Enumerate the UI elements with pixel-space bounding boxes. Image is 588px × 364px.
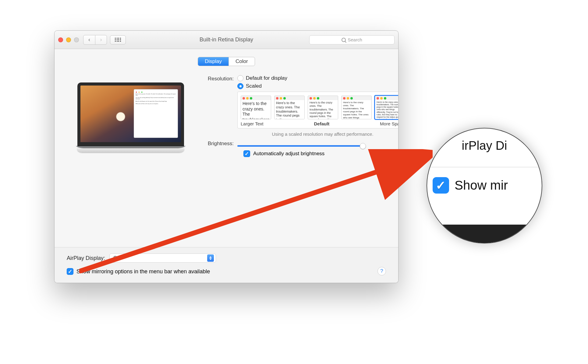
search-placeholder: Search bbox=[348, 37, 362, 42]
resolution-thumb-3[interactable]: Here's to the crazy ones. The troublemak… bbox=[308, 96, 338, 119]
tab-color[interactable]: Color bbox=[228, 57, 255, 66]
brightness-slider[interactable] bbox=[237, 145, 365, 147]
airplay-dropdown-value: Off bbox=[113, 255, 120, 261]
window-traffic-lights bbox=[58, 37, 79, 42]
grid-icon bbox=[115, 38, 121, 42]
resolution-caption-right: More Space bbox=[380, 121, 398, 126]
resolution-thumb-1[interactable]: Here's to the crazy ones. The troublemak… bbox=[241, 96, 271, 119]
content: Display Color ● ● ● Here's to the crazy … bbox=[55, 49, 398, 157]
resolution-caption-center: Default bbox=[314, 121, 330, 126]
minimize-icon[interactable] bbox=[66, 37, 71, 42]
radio-scaled-label: Scaled bbox=[246, 83, 262, 89]
nav-back-forward: ‹ › bbox=[83, 35, 107, 45]
zoom-airplay-text: irPlay Di bbox=[462, 139, 507, 152]
tab-segment: Display Color bbox=[198, 57, 255, 66]
close-icon[interactable] bbox=[58, 37, 63, 42]
resolution-thumb-5[interactable]: Here's to the crazy ones. The troublemak… bbox=[375, 96, 398, 119]
resolution-caption-left: Larger Text bbox=[241, 121, 264, 126]
dropdown-arrows-icon bbox=[207, 254, 214, 262]
airplay-dropdown[interactable]: Off bbox=[109, 254, 216, 263]
search-icon bbox=[342, 38, 346, 42]
tab-display[interactable]: Display bbox=[198, 57, 228, 66]
zoom-disabled-icon bbox=[74, 37, 79, 42]
radio-default-label: Default for display bbox=[246, 75, 287, 81]
show-mirroring-label: Show mirroring options in the menu bar w… bbox=[76, 268, 210, 275]
checkbox-checked-icon: ✓ bbox=[243, 150, 250, 157]
display-preview: ● ● ● Here's to the crazy ones. The misf… bbox=[67, 75, 195, 157]
resolution-thumb-2[interactable]: Here's to the crazy ones. The troublemak… bbox=[274, 96, 305, 119]
show-mirroring-row[interactable]: ✓ Show mirroring options in the menu bar… bbox=[67, 268, 386, 275]
slider-knob-icon[interactable] bbox=[360, 143, 366, 149]
checkbox-checked-icon: ✓ bbox=[433, 177, 449, 194]
back-button[interactable]: ‹ bbox=[83, 35, 95, 44]
settings-column: Resolution: Default for display Scaled bbox=[195, 75, 398, 157]
radio-default-for-display[interactable]: Default for display bbox=[237, 75, 398, 81]
laptop-illustration: ● ● ● Here's to the crazy ones. The misf… bbox=[77, 82, 184, 152]
auto-brightness-row[interactable]: ✓ Automatically adjust brightness bbox=[243, 150, 398, 157]
radio-checked-icon bbox=[237, 83, 243, 89]
help-icon: ? bbox=[380, 268, 383, 274]
chevron-left-icon: ‹ bbox=[88, 37, 90, 43]
brightness-label: Brightness: bbox=[198, 140, 237, 147]
resolution-thumb-4[interactable]: Here's to the crazy ones. The troublemak… bbox=[341, 96, 372, 119]
forward-button: › bbox=[95, 35, 107, 44]
tabs: Display Color bbox=[67, 57, 386, 66]
help-button[interactable]: ? bbox=[377, 267, 386, 275]
radio-icon bbox=[237, 75, 243, 81]
airplay-label: AirPlay Display: bbox=[67, 255, 105, 261]
radio-scaled[interactable]: Scaled bbox=[237, 83, 398, 89]
zoom-mirroring-label: Show mir bbox=[455, 178, 508, 193]
footer: AirPlay Display: Off ✓ Show mirroring op… bbox=[55, 247, 398, 283]
show-all-button[interactable] bbox=[110, 35, 126, 44]
zoom-callout: irPlay Di ✓ Show mir bbox=[427, 128, 542, 243]
window-titlebar: ‹ › Built-in Retina Display Search bbox=[55, 31, 398, 49]
performance-note: Using a scaled resolution may affect per… bbox=[237, 131, 398, 137]
checkbox-checked-icon: ✓ bbox=[67, 268, 73, 275]
chevron-right-icon: › bbox=[100, 37, 102, 43]
displays-preferences-window: ‹ › Built-in Retina Display Search Displ… bbox=[54, 30, 398, 283]
resolution-label: Resolution: bbox=[198, 75, 237, 82]
resolution-options-box: Here's to the crazy ones. The troublemak… bbox=[237, 92, 398, 128]
search-input[interactable]: Search bbox=[309, 35, 395, 44]
zoom-mirroring-row: ✓ Show mir bbox=[433, 177, 508, 194]
auto-brightness-label: Automatically adjust brightness bbox=[253, 151, 324, 157]
